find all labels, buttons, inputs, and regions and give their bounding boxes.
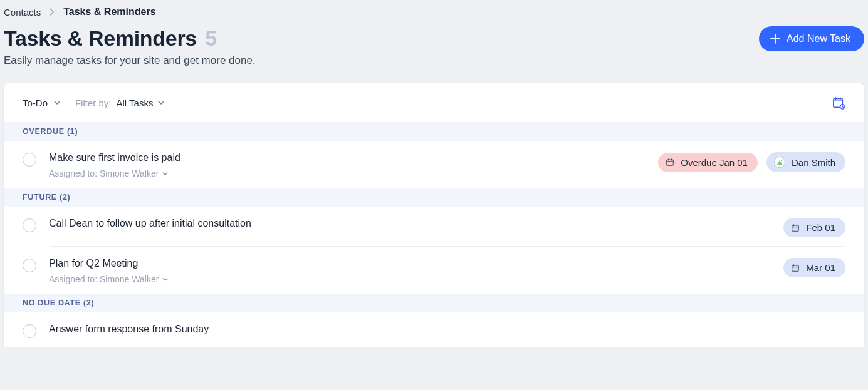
section-header-future: FUTURE (2) bbox=[4, 188, 864, 207]
tasks-panel: To-Do Filter by: All Tasks OVERDUE (1) bbox=[4, 83, 864, 347]
calendar-view-button[interactable] bbox=[832, 96, 845, 110]
task-checkbox[interactable] bbox=[23, 259, 36, 272]
task-row: Answer form response from Sunday bbox=[4, 312, 864, 347]
task-checkbox[interactable] bbox=[23, 153, 36, 167]
breadcrumb-current: Tasks & Reminders bbox=[63, 6, 155, 18]
due-date-text: Overdue Jan 01 bbox=[681, 157, 748, 168]
assigned-to-dropdown[interactable]: Assigned to: Simone Walker bbox=[49, 168, 168, 178]
title-block: Tasks & Reminders 5 Easily manage tasks … bbox=[4, 26, 256, 67]
page-header: Tasks & Reminders 5 Easily manage tasks … bbox=[0, 23, 868, 67]
svg-rect-2 bbox=[667, 160, 674, 165]
breadcrumb-parent-link[interactable]: Contacts bbox=[4, 7, 41, 18]
task-body: Answer form response from Sunday bbox=[49, 324, 845, 335]
task-checkbox[interactable] bbox=[23, 324, 36, 338]
breadcrumb: Contacts Tasks & Reminders bbox=[0, 0, 868, 23]
section-header-no-due-date: NO DUE DATE (2) bbox=[4, 294, 864, 312]
task-row: Make sure first invoice is paid Assigned… bbox=[4, 141, 864, 188]
page-title-text: Tasks & Reminders bbox=[4, 26, 197, 50]
filter-dropdown-label: All Tasks bbox=[117, 98, 154, 108]
chevron-down-icon bbox=[158, 101, 164, 105]
task-row: Call Dean to follow up after initial con… bbox=[4, 207, 864, 246]
chevron-right-icon bbox=[50, 8, 55, 16]
svg-rect-6 bbox=[792, 265, 799, 270]
section-header-overdue: OVERDUE (1) bbox=[4, 122, 864, 141]
svg-rect-5 bbox=[792, 225, 799, 230]
task-right: Feb 01 bbox=[783, 218, 845, 237]
chevron-down-icon bbox=[162, 172, 168, 175]
task-right: Overdue Jan 01 Dan Smith bbox=[658, 152, 845, 172]
due-date-pill[interactable]: Mar 01 bbox=[783, 258, 845, 277]
add-new-task-button[interactable]: Add New Task bbox=[759, 26, 864, 51]
contact-pill[interactable]: Dan Smith bbox=[766, 152, 845, 172]
task-title[interactable]: Make sure first invoice is paid bbox=[49, 152, 646, 163]
due-date-pill-overdue[interactable]: Overdue Jan 01 bbox=[658, 153, 758, 172]
task-count: 5 bbox=[205, 26, 217, 50]
task-body: Make sure first invoice is paid Assigned… bbox=[49, 152, 646, 179]
due-date-text: Feb 01 bbox=[806, 222, 835, 233]
due-date-pill[interactable]: Feb 01 bbox=[783, 218, 845, 237]
chevron-down-icon bbox=[162, 278, 168, 281]
add-new-task-label: Add New Task bbox=[787, 33, 850, 44]
filter-dropdown[interactable]: All Tasks bbox=[117, 98, 165, 108]
svg-point-4 bbox=[781, 160, 782, 161]
chevron-down-icon bbox=[54, 101, 60, 105]
assigned-to-dropdown[interactable]: Assigned to: Simone Walker bbox=[49, 274, 168, 284]
page-subtitle: Easily manage tasks for your site and ge… bbox=[4, 54, 256, 67]
task-row: Plan for Q2 Meeting Assigned to: Simone … bbox=[4, 247, 864, 294]
contact-name: Dan Smith bbox=[792, 157, 835, 168]
filter-by-label: Filter by: bbox=[75, 98, 112, 108]
page-title: Tasks & Reminders 5 bbox=[4, 26, 256, 51]
calendar-icon bbox=[791, 264, 800, 272]
view-dropdown[interactable]: To-Do bbox=[23, 98, 60, 108]
panel-toolbar: To-Do Filter by: All Tasks bbox=[4, 83, 864, 122]
task-body: Call Dean to follow up after initial con… bbox=[49, 218, 771, 229]
task-title[interactable]: Call Dean to follow up after initial con… bbox=[49, 218, 771, 229]
task-title[interactable]: Plan for Q2 Meeting bbox=[49, 258, 771, 269]
task-checkbox[interactable] bbox=[23, 218, 36, 232]
task-right: Mar 01 bbox=[783, 258, 845, 277]
calendar-icon bbox=[666, 158, 674, 167]
assigned-to-label: Assigned to: Simone Walker bbox=[49, 274, 159, 284]
plus-icon bbox=[770, 34, 780, 44]
view-dropdown-label: To-Do bbox=[23, 98, 48, 108]
due-date-text: Mar 01 bbox=[806, 262, 835, 273]
assigned-to-label: Assigned to: Simone Walker bbox=[49, 168, 159, 178]
task-title[interactable]: Answer form response from Sunday bbox=[49, 324, 845, 335]
calendar-icon bbox=[791, 223, 800, 232]
task-body: Plan for Q2 Meeting Assigned to: Simone … bbox=[49, 258, 771, 285]
avatar bbox=[774, 157, 785, 168]
